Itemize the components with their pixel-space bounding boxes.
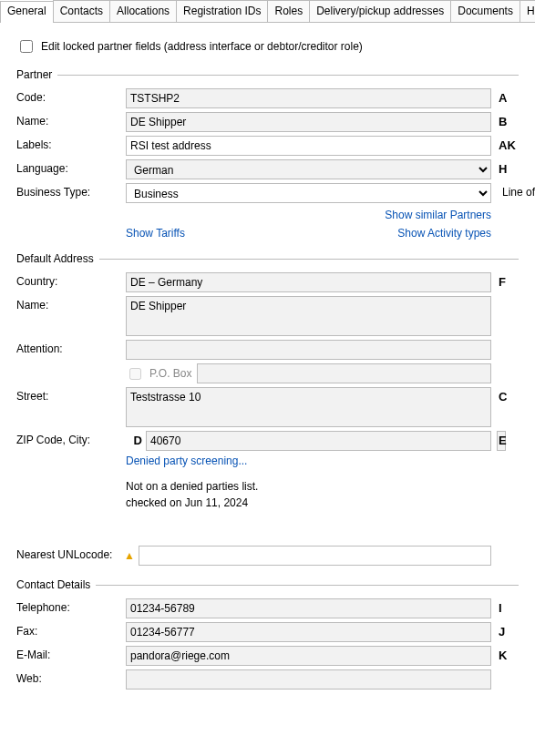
web-label: Web: (16, 669, 126, 685)
partner-section: Partner Code: A Name: B Labels: AK Langu… (16, 68, 519, 245)
code-label: Code: (16, 88, 126, 104)
contact-details-legend: Contact Details (16, 578, 96, 591)
labels-label: Labels: (16, 136, 126, 151)
warning-icon: ▲ (124, 549, 135, 562)
default-address-legend: Default Address (16, 252, 99, 265)
street-label: Street: (16, 387, 126, 403)
code-input[interactable] (126, 88, 491, 108)
marker-city: E (491, 431, 519, 447)
zipcity-label: ZIP Code, City: (16, 431, 126, 446)
tab-roles[interactable]: Roles (267, 0, 310, 22)
marker-street: C (491, 387, 519, 404)
telephone-input[interactable] (126, 598, 491, 618)
addr-name-label: Name: (16, 296, 126, 312)
edit-locked-checkbox[interactable] (20, 40, 33, 53)
email-label: E-Mail: (16, 646, 126, 661)
attention-input[interactable] (126, 340, 491, 360)
pobox-input[interactable] (197, 363, 491, 383)
name-input[interactable] (126, 112, 491, 132)
default-address-section: Default Address Country: F Name: Attenti… (16, 252, 519, 571)
content-area: Edit locked partner fields (address inte… (0, 23, 535, 706)
tab-general[interactable]: General (0, 1, 54, 23)
marker-country: F (491, 272, 519, 289)
tab-documents[interactable]: Documents (450, 0, 520, 22)
edit-locked-label: Edit locked partner fields (address inte… (41, 40, 363, 53)
marker-code: A (491, 88, 519, 105)
addr-name-input[interactable] (126, 296, 491, 336)
unlocode-input[interactable] (139, 546, 491, 566)
unlocode-label: Nearest UNLocode: (16, 546, 126, 561)
fax-label: Fax: (16, 622, 126, 638)
labels-input[interactable] (126, 136, 491, 156)
language-select[interactable]: German (126, 159, 491, 179)
country-input[interactable] (126, 272, 491, 292)
country-label: Country: (16, 272, 126, 288)
zip-input[interactable] (146, 431, 491, 451)
attention-label: Attention: (16, 340, 126, 355)
show-similar-link[interactable]: Show similar Partners (385, 209, 491, 221)
tab-bar: General Contacts Allocations Registratio… (0, 0, 535, 23)
web-input[interactable] (126, 669, 491, 690)
email-input[interactable] (126, 646, 491, 666)
screening-status-line1: Not on a denied parties list. (126, 478, 258, 495)
business-type-label: Business Type: (16, 183, 126, 199)
marker-telephone: I (491, 598, 519, 615)
fax-input[interactable] (126, 622, 491, 642)
screening-status-line2: checked on Jun 11, 2024 (126, 495, 258, 511)
tab-registration-ids[interactable]: Registration IDs (176, 0, 268, 22)
tab-allocations[interactable]: Allocations (109, 0, 177, 22)
marker-email: K (491, 646, 519, 662)
partner-legend: Partner (16, 68, 57, 81)
business-type-select[interactable]: Business (126, 183, 491, 203)
tab-contacts[interactable]: Contacts (53, 0, 110, 22)
marker-name: B (491, 112, 519, 128)
marker-language: H (491, 159, 519, 176)
tab-delivery-pickup[interactable]: Delivery/pickup addresses (309, 0, 451, 22)
show-activity-link[interactable]: Show Activity types (397, 227, 491, 240)
marker-zip: D (126, 431, 142, 447)
name-label: Name: (16, 112, 126, 128)
marker-fax: J (491, 622, 519, 639)
tab-highrise[interactable]: Highrise (520, 0, 535, 22)
marker-labels: AK (491, 136, 519, 152)
denied-party-screening-link[interactable]: Denied party screening... (126, 455, 247, 467)
street-input[interactable] (126, 387, 491, 427)
show-tariffs-link[interactable]: Show Tariffs (126, 227, 185, 240)
pobox-label: P.O. Box (149, 367, 191, 380)
pobox-checkbox[interactable] (129, 368, 141, 380)
contact-details-section: Contact Details Telephone: I Fax: J E-Ma… (16, 578, 519, 695)
language-label: Language: (16, 159, 126, 175)
telephone-label: Telephone: (16, 598, 126, 614)
